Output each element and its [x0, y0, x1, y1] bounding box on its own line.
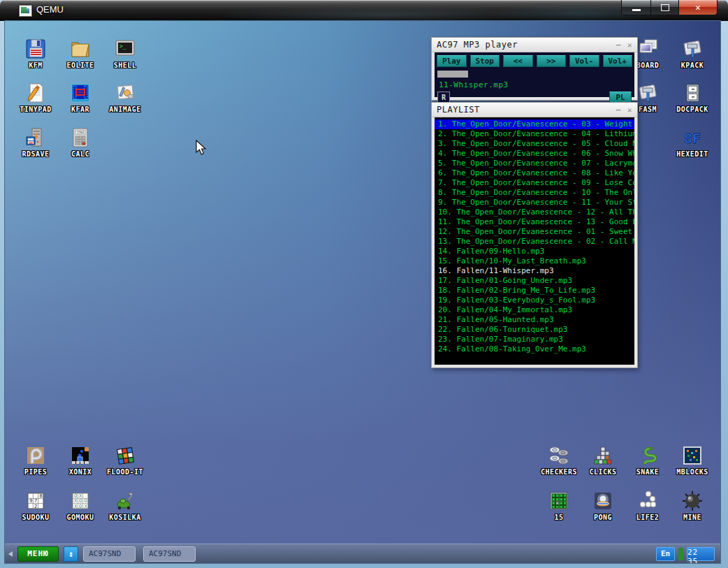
fifteen-puzzle-icon	[547, 489, 571, 513]
minimize-button[interactable]	[621, 0, 651, 15]
desktop-icon-rdsave[interactable]: RDSAVE	[13, 126, 58, 158]
playlist-item[interactable]: 1. The_Open_Door/Evanescence - 03 - Weig…	[435, 119, 634, 129]
desktop-icon-pong[interactable]: PONG	[581, 489, 625, 521]
desktop-toggle-button[interactable]: ↕	[64, 546, 78, 562]
svg-text:>_: >_	[119, 43, 126, 50]
taskbar-window-ac97snd-2[interactable]: AC97SND	[143, 546, 196, 562]
close-icon[interactable]: ✕	[627, 106, 632, 114]
playlist-item[interactable]: 14. Fallen/09-Hello.mp3	[435, 247, 634, 256]
play-button[interactable]: Play	[437, 55, 467, 67]
playlist-item[interactable]: 11. The_Open_Door/Evanescence - 13 - Goo…	[435, 217, 634, 227]
mp3-player-titlebar[interactable]: AC97 MP3 player — ✕	[432, 38, 637, 52]
playlist-item[interactable]: 19. Fallen/03-Everybody_s_Fool.mp3	[435, 296, 634, 305]
playlist-titlebar[interactable]: PLAYLIST — ✕	[432, 103, 637, 117]
stop-button[interactable]: Stop	[470, 55, 500, 67]
playlist-item[interactable]: 9. The_Open_Door/Evanescence - 11 - Your…	[435, 198, 634, 207]
cpu-usage-indicator[interactable]	[678, 548, 683, 560]
desktop-icon-animage[interactable]: ANIMAGE	[103, 81, 147, 113]
minimize-icon[interactable]: —	[616, 41, 621, 49]
icon-label: MBLOCKS	[676, 468, 708, 476]
playlist-item[interactable]: 22. Fallen/06-Tourniquet.mp3	[435, 325, 634, 335]
icon-label: KOSILKA	[109, 514, 141, 521]
desktop-icon-gomoku[interactable]: OXXOOXOX GOMOKU	[58, 489, 103, 521]
icon-label: 15	[554, 514, 563, 521]
desktop-icon-snake[interactable]: SNAKE	[625, 444, 670, 476]
vol-down-button[interactable]: Vol-	[569, 55, 599, 67]
icon-label: KFAR	[71, 105, 89, 113]
playlist-item[interactable]: 21. Fallen/05-Haunted.mp3	[435, 315, 634, 325]
playlist-item[interactable]: 3. The_Open_Door/Evanescence - 05 - Clou…	[435, 139, 634, 149]
playlist-item[interactable]: 18. Fallen/02-Bring_Me_To_Life.mp3	[435, 286, 634, 296]
playlist-item[interactable]: 6. The_Open_Door/Evanescence - 08 - Like…	[435, 168, 634, 178]
playlist-item[interactable]: 13. The_Open_Door/Evanescence - 02 - Cal…	[435, 237, 634, 247]
language-indicator[interactable]: En	[656, 547, 675, 561]
taskbar-collapse-icon[interactable]	[8, 551, 13, 557]
desktop-icon-clicks[interactable]: CLICKS	[581, 444, 625, 476]
player-controls: Play Stop << >> Vol- Vol+	[435, 52, 634, 68]
close-button[interactable]: ✕	[678, 0, 718, 15]
progress-bar[interactable]	[437, 71, 632, 78]
sudoku-game-icon: 8972	[24, 489, 48, 513]
playlist-item[interactable]: 4. The_Open_Door/Evanescence - 06 - Snow…	[435, 149, 634, 159]
maximize-button[interactable]	[651, 0, 678, 15]
desktop-icon-tinypad[interactable]: TINYPAD	[13, 81, 58, 113]
qemu-titlebar[interactable]: QEMU	[0, 0, 728, 21]
desktop-icon-life2[interactable]: LIFE2	[625, 489, 670, 521]
playlist-item[interactable]: 12. The_Open_Door/Evanescence - 01 - Swe…	[435, 227, 634, 237]
taskbar[interactable]: МЕНЮ ↕ AC97SND AC97SND En 22 35	[5, 544, 720, 563]
playlist-window[interactable]: PLAYLIST — ✕ 1. The_Open_Door/Evanescenc…	[431, 102, 638, 368]
playlist-item[interactable]: 20. Fallen/04-My_Immortal.mp3	[435, 305, 634, 315]
playlist-item[interactable]: 2. The_Open_Door/Evanescence - 04 - Lith…	[435, 129, 634, 139]
playlist-item[interactable]: 17. Fallen/01-Going_Under.mp3	[435, 276, 634, 286]
playlist-items[interactable]: 1. The_Open_Door/Evanescence - 03 - Weig…	[435, 117, 634, 365]
desktop-icon-fifteen[interactable]: 15	[537, 489, 581, 521]
next-button[interactable]: >>	[537, 55, 567, 67]
icon-label: FASM	[639, 105, 657, 113]
guest-display[interactable]: KFM EOLITE >_ SHELL TINYPAD KFAR ANIMAGE…	[5, 21, 720, 563]
desktop-icon-hexedit[interactable]: 8F HEXEDIT	[670, 126, 715, 158]
minimize-icon[interactable]: —	[616, 106, 621, 114]
icon-label: DOCPACK	[676, 105, 708, 113]
playlist-item[interactable]: 7. The_Open_Door/Evanescence - 09 - Lose…	[435, 178, 634, 188]
mouse-cursor	[194, 140, 208, 156]
clicks-game-icon	[591, 444, 615, 467]
playlist-item[interactable]: 23. Fallen/07-Imaginary.mp3	[435, 335, 634, 344]
desktop-icon-checkers[interactable]: CHECKERS	[537, 444, 581, 476]
desktop-icon-kosilka[interactable]: KOSILKA	[103, 489, 147, 521]
svg-text:9: 9	[29, 498, 32, 504]
close-icon[interactable]: ✕	[627, 41, 632, 49]
desktop-icon-floodit[interactable]: FLOOD-IT	[103, 444, 147, 476]
clock[interactable]: 22 35	[687, 547, 715, 561]
taskbar-window-ac97snd-1[interactable]: AC97SND	[83, 546, 136, 562]
desktop-icon-kpack[interactable]: KPACK	[670, 37, 715, 69]
desktop-icon-mblocks[interactable]: MBLOCKS	[670, 444, 715, 476]
calculator-icon: 1703	[68, 126, 92, 150]
icon-label: LIFE2	[636, 514, 660, 521]
playlist-item[interactable]: 16. Fallen/11-Whisper.mp3	[435, 266, 634, 276]
desktop-icon-kfar[interactable]: KFAR	[58, 81, 103, 113]
icon-label: FLOOD-IT	[107, 468, 143, 476]
desktop-icon-mine[interactable]: MINE	[670, 489, 715, 521]
playlist-item[interactable]: 15. Fallen/10-My_Last_Breath.mp3	[435, 256, 634, 266]
desktop-icon-calc[interactable]: 1703 CALC	[58, 126, 103, 158]
playlist-item[interactable]: 24. Fallen/08-Taking_Over_Me.mp3	[435, 344, 634, 354]
icon-label: HEXEDIT	[676, 150, 708, 158]
mblocks-game-icon	[680, 444, 704, 467]
desktop-icon-sudoku[interactable]: 8972 SUDOKU	[13, 489, 58, 521]
start-menu-button[interactable]: МЕНЮ	[17, 546, 59, 562]
vol-up-button[interactable]: Vol+	[603, 55, 633, 67]
icon-label: CALC	[71, 150, 89, 158]
mp3-player-window[interactable]: AC97 MP3 player — ✕ Play Stop << >> Vol-…	[431, 37, 638, 101]
playlist-item[interactable]: 8. The_Open_Door/Evanescence - 10 - The …	[435, 188, 634, 198]
desktop-icon-kfm[interactable]: KFM	[13, 37, 58, 69]
desktop-icon-docpack[interactable]: DOCPACK	[670, 81, 715, 113]
desktop-icon-shell[interactable]: >_ SHELL	[103, 37, 147, 69]
desktop-icon-xonix[interactable]: XONIX	[58, 444, 103, 476]
prev-button[interactable]: <<	[503, 55, 533, 67]
playlist-item[interactable]: 10. The_Open_Door/Evanescence - 12 - All…	[435, 207, 634, 217]
desktop-icon-pipes[interactable]: PIPES	[13, 444, 58, 476]
mp3-player-title: AC97 MP3 player	[437, 40, 518, 50]
playlist-item[interactable]: 5. The_Open_Door/Evanescence - 07 - Lacr…	[435, 159, 634, 168]
icon-label: SUDOKU	[22, 514, 49, 521]
desktop-icon-eolite[interactable]: EOLITE	[58, 37, 103, 69]
